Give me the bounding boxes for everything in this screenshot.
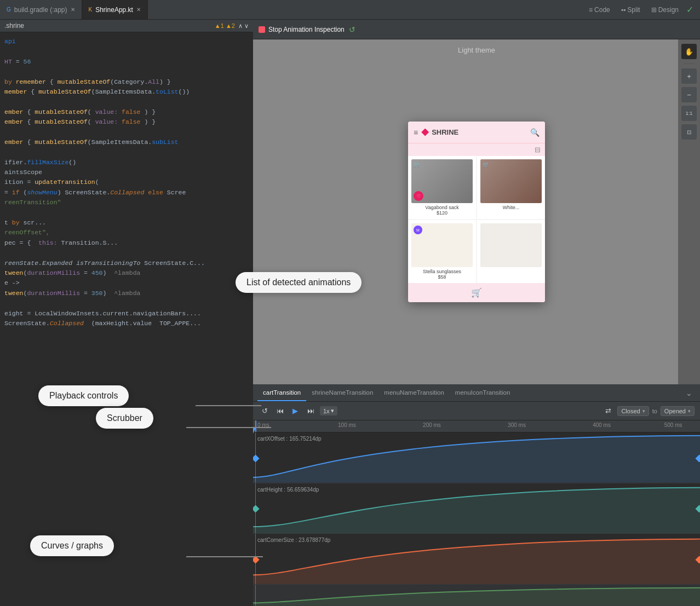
swap-btn[interactable]: ⇄ — [602, 405, 614, 417]
product-name-2: Stella sunglasses — [411, 269, 473, 274]
file-path: .shrine — [4, 22, 24, 30]
tab-menu-icon[interactable]: menuIconTransition — [450, 384, 516, 401]
design-icon: ⊞ — [651, 6, 657, 14]
code-line-blank4 — [0, 128, 253, 137]
from-state-select[interactable]: Closed ▾ — [617, 406, 649, 416]
build-status-icon: ✓ — [686, 4, 693, 15]
stop-animation-label: Stop Animation Inspection — [268, 26, 345, 33]
hand-tool-btn[interactable]: ✋ — [681, 44, 697, 59]
split-icon: ▪▪ — [621, 6, 626, 14]
tab-bar: G build.gradle (:app) ✕ K ShrineApp.kt ✕… — [0, 0, 700, 20]
tab-cart-transition[interactable]: cartTransition — [257, 384, 306, 401]
speed-select[interactable]: 1x ▾ — [320, 406, 337, 415]
code-content: api HT = 56 by remember { mutableStateOf… — [0, 32, 253, 606]
rewind-btn[interactable]: ↺ — [259, 405, 271, 417]
view-mode-controls: ≡ Code ▪▪ Split ⊞ Design ✓ — [586, 4, 700, 15]
skip-forward-btn[interactable]: ⏭ — [305, 405, 317, 417]
track-label-3: cartCornerSize : 23.678877dp — [257, 537, 330, 581]
code-line-offset: reenOffset", — [0, 228, 253, 238]
phone-products: 🛒 ♡ Vagabond sack $120 🛒 White... — [408, 156, 545, 283]
speed-label: 1x — [323, 408, 330, 414]
phone-toolbar: ⊟ — [408, 143, 545, 156]
code-line-blank2 — [0, 67, 253, 77]
code-line-tween1: tween(durationMillis = 450) ^lambda — [0, 268, 253, 278]
product-name-0: Vagabond sack — [411, 205, 473, 210]
code-line-aints: aintsScope — [0, 168, 253, 177]
right-tools: ✋ + − 1:1 ⊡ — [678, 39, 700, 384]
ruler-500ms: 500 ms — [664, 422, 682, 428]
code-line-remember3: ember { mutableStateOf( value: false ) } — [0, 107, 253, 117]
code-line-fillmaxsize: ifier.fillMaxSize() — [0, 158, 253, 168]
shrine-tab-close[interactable]: ✕ — [136, 7, 141, 13]
gradle-tab-label: build.gradle (:app) — [14, 6, 67, 14]
curve-svg-2 — [253, 483, 700, 534]
code-line-transition: ition = updateTransition( — [0, 177, 253, 187]
tab-gradle[interactable]: G build.gradle (:app) ✕ — [0, 0, 82, 19]
curve-svg-4 — [253, 585, 700, 605]
code-line-tween2: tween(durationMillis = 350) ^lambda — [0, 288, 253, 298]
device-label: Light theme — [458, 46, 495, 54]
track-cart-height: cartHeight : 56.659634dp — [253, 483, 700, 534]
to-state-arrow: ▾ — [688, 408, 691, 414]
brand-diamond — [421, 129, 429, 136]
avatar-badge: M — [414, 226, 422, 234]
tool-separator-1 — [684, 64, 695, 64]
shrine-tab-label: ShrineApp.kt — [95, 6, 133, 14]
shrine-tab-icon: K — [89, 7, 93, 13]
cart-btn-icon: 🛒 — [471, 287, 482, 298]
stop-animation-btn[interactable]: Stop Animation Inspection — [259, 26, 345, 33]
menu-icon: ≡ — [414, 128, 418, 137]
tabs-expand-icon[interactable]: ⌄ — [682, 386, 696, 400]
tab-shrine[interactable]: K ShrineApp.kt ✕ — [82, 0, 148, 19]
skip-back-btn[interactable]: ⏮ — [274, 405, 286, 417]
product-price-0: $120 — [411, 210, 473, 216]
refresh-icon[interactable]: ↺ — [349, 25, 355, 34]
scrubber-line-4 — [255, 585, 256, 605]
product-card-1: 🛒 White... — [477, 156, 545, 219]
warning-indicators: ▲1 ▲2 ∧ ∨ — [215, 22, 249, 30]
search-icon: 🔍 — [530, 128, 540, 137]
product-price-2: $58 — [411, 274, 473, 280]
to-label: to — [652, 408, 657, 414]
play-btn[interactable]: ▶ — [289, 405, 301, 417]
code-line-blank1 — [0, 47, 253, 56]
preview-area: Light theme ≡ SHRINE 🔍 ⊟ — [253, 39, 700, 384]
zoom-out-btn[interactable]: − — [681, 87, 697, 102]
design-label: Design — [658, 6, 679, 14]
tab-menu-name[interactable]: menuNameTransition — [378, 384, 450, 401]
code-icon: ≡ — [589, 6, 593, 14]
product-name-1: White... — [480, 205, 542, 210]
nav-arrows[interactable]: ∧ ∨ — [238, 22, 249, 30]
code-line-remember5: ember { mutableStateOf(SampleItemsData.s… — [0, 137, 253, 147]
ruler-400ms: 400 ms — [593, 422, 611, 428]
code-line-api: api — [0, 37, 253, 47]
split-label: Split — [627, 6, 640, 14]
product-cart-icon-0: 🛒 — [414, 161, 420, 168]
frame-btn[interactable]: ⊡ — [681, 124, 697, 140]
ruler-200ms: 200 ms — [423, 422, 441, 428]
playback-controls-bar: ↺ ⏮ ▶ ⏭ 1x ▾ ⇄ Closed ▾ to Opened ▾ — [253, 402, 700, 420]
timeline-container: 0 ms 100 ms 200 ms 300 ms 400 ms 500 ms — [253, 420, 700, 606]
product-img-1: 🛒 — [480, 159, 542, 203]
tab-shrine-name[interactable]: shrineNameTransition — [306, 384, 378, 401]
code-view-btn[interactable]: ≡ Code — [586, 5, 613, 15]
zoom-in-btn[interactable]: + — [681, 68, 697, 84]
code-panel: .shrine ▲1 ▲2 ∧ ∨ api HT = 56 by remembe… — [0, 20, 253, 606]
to-state-select[interactable]: Opened ▾ — [661, 406, 695, 416]
code-line-height: eight = LocalWindowInsets.current.naviga… — [0, 309, 253, 319]
phone-mockup: ≡ SHRINE 🔍 ⊟ 🛒 ♡ — [408, 122, 545, 302]
code-line-blank7 — [0, 248, 253, 258]
code-line-spec: pec = { this: Transition.S... — [0, 238, 253, 248]
track-extra — [253, 585, 700, 606]
product-img-2: M — [411, 223, 473, 267]
product-badge-0: ♡ — [414, 191, 423, 201]
code-line-string: reenTransition" — [0, 198, 253, 207]
gradle-tab-close[interactable]: ✕ — [71, 7, 75, 13]
split-view-btn[interactable]: ▪▪ Split — [618, 5, 644, 15]
design-view-btn[interactable]: ⊞ Design — [648, 5, 682, 15]
product-card-3 — [477, 220, 545, 283]
fit-btn[interactable]: 1:1 — [681, 106, 697, 121]
timeline-ruler: 0 ms 100 ms 200 ms 300 ms 400 ms 500 ms — [253, 420, 700, 432]
main-layout: .shrine ▲1 ▲2 ∧ ∨ api HT = 56 by remembe… — [0, 20, 700, 606]
code-line-remember1: by remember { mutableStateOf(Category.Al… — [0, 77, 253, 87]
